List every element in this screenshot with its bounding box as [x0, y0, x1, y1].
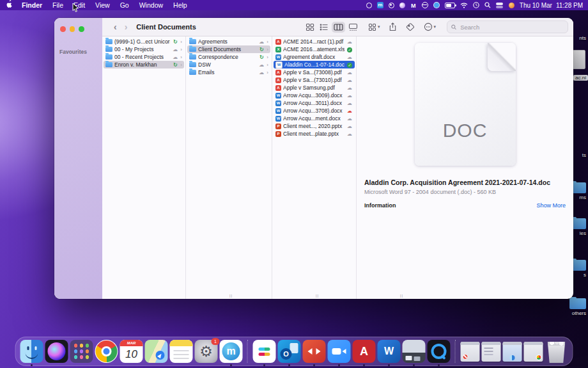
dock-outlook-icon[interactable]: O: [278, 340, 301, 363]
menu-go[interactable]: Go: [115, 1, 134, 9]
icon-view-button[interactable]: [304, 22, 316, 33]
file-row[interactable]: AApple v Sa...(73010).pdf☁: [274, 76, 355, 84]
gallery-view-button[interactable]: [346, 22, 360, 33]
finder-window: Favourites ‹ › Client Documents ▾ ▾: [54, 18, 573, 299]
battery-icon[interactable]: [445, 3, 455, 8]
forward-button[interactable]: ›: [121, 19, 132, 35]
folder-row[interactable]: 00 - My Projects☁›: [104, 45, 184, 53]
minimize-button[interactable]: [70, 26, 75, 32]
folder-row[interactable]: Client Documents↻›: [187, 45, 270, 53]
menu-window[interactable]: Window: [134, 1, 168, 9]
doc-file-preview: DOC: [415, 43, 516, 166]
clock-icon[interactable]: [473, 2, 479, 8]
folder-icon: [189, 70, 196, 75]
mimecast-icon[interactable]: m: [377, 2, 383, 8]
preview-filename: Aladdin Corp. Acquisition Agreement 2021…: [364, 179, 566, 187]
file-row[interactable]: AApple v Sa...(73008).pdf☁: [274, 68, 355, 76]
dock-screenshot-app-icon[interactable]: [403, 340, 426, 363]
column-resize-handle[interactable]: ||: [229, 294, 233, 298]
folder-row[interactable]: Enron v. Markhan↻›: [104, 61, 184, 68]
file-row[interactable]: WArrow Acqu...3708).docx☁: [274, 107, 355, 115]
column-resize-handle[interactable]: ||: [316, 294, 319, 298]
folder-row[interactable]: DSW☁›: [187, 61, 270, 68]
file-row[interactable]: WArrow Acqu...3011).docx☁: [274, 99, 355, 107]
dock-maps-icon[interactable]: [145, 340, 168, 363]
file-row[interactable]: WArrow Acqu...3009).docx☁: [274, 92, 355, 99]
dock-trash-icon[interactable]: [545, 340, 568, 363]
wifi-icon[interactable]: [460, 3, 468, 8]
dock-word-icon[interactable]: W: [378, 340, 401, 363]
dock-siri-icon[interactable]: [45, 340, 68, 363]
dock-settings-icon[interactable]: ⚙1: [195, 340, 218, 363]
icloud-cloud-icon: ☁: [346, 116, 353, 122]
file-row[interactable]: WArrow Acqu...ment.docx☁: [274, 115, 355, 122]
menu-file[interactable]: File: [47, 1, 68, 9]
blue-dot-icon[interactable]: [433, 2, 440, 8]
file-row[interactable]: WAgreement draft.docx☁: [274, 53, 355, 61]
list-view-button[interactable]: [318, 22, 330, 33]
folder-icon: [105, 62, 112, 67]
column-view-button[interactable]: [332, 22, 345, 33]
folder-row[interactable]: Agreements☁›: [187, 38, 270, 45]
m-letter-icon[interactable]: M: [410, 3, 417, 8]
dock-quicktime-icon[interactable]: [428, 340, 451, 363]
file-row[interactable]: XACME 2016...atement.xls✓: [274, 45, 355, 53]
back-button[interactable]: ‹: [110, 19, 121, 35]
file-row[interactable]: WAladdin Co...1-07-14.doc✓: [274, 61, 355, 68]
dock-minimized-window[interactable]: [503, 342, 522, 362]
folder-row[interactable]: Correspondence↻›: [187, 53, 270, 61]
dock-remote-desktop-icon[interactable]: [303, 340, 326, 363]
disc-icon[interactable]: [389, 3, 394, 8]
folder-row[interactable]: Emails☁›: [187, 68, 270, 76]
avatar-icon[interactable]: [509, 3, 514, 8]
menu-finder[interactable]: Finder: [17, 1, 47, 9]
preview-pane: DOC Aladdin Corp. Acquisition Agreement …: [357, 36, 573, 299]
folder-row[interactable]: 00 - Recent Projects☁›: [104, 53, 184, 61]
desktop-item[interactable]: others: [566, 298, 588, 316]
search-icon[interactable]: [484, 2, 491, 8]
dock-slack-icon[interactable]: [253, 340, 276, 363]
folder-icon: [105, 47, 112, 52]
record-icon[interactable]: [366, 3, 372, 8]
dock-launchpad-icon[interactable]: [70, 340, 93, 363]
icloud-cloud-icon: ☁: [172, 54, 178, 60]
column-resize-handle[interactable]: ||: [400, 294, 403, 298]
dock-minimized-window[interactable]: [461, 342, 480, 362]
dock-m-app-icon[interactable]: m: [220, 340, 243, 363]
zoom-button[interactable]: [79, 26, 84, 32]
siri-icon[interactable]: [399, 3, 405, 8]
file-row[interactable]: AACME 2014...ract (1).pdf☁: [274, 38, 355, 45]
apple-menu[interactable]: [5, 0, 17, 10]
search-field[interactable]: [447, 20, 568, 33]
dock-finder-icon[interactable]: [20, 340, 43, 363]
globe-icon[interactable]: [422, 2, 428, 8]
search-input[interactable]: [459, 23, 564, 31]
dock-acrobat-icon[interactable]: A: [353, 340, 376, 363]
menu-help[interactable]: Help: [168, 1, 192, 9]
dock-chrome-icon[interactable]: [95, 340, 118, 363]
desktop-item-label: ac.ni: [573, 75, 588, 81]
file-name: Arrow Acqu...3708).docx: [283, 108, 344, 114]
sync-icon: ↻: [258, 47, 265, 52]
file-row[interactable]: AApple v Samsung.pdf☁: [274, 84, 355, 92]
show-more-link[interactable]: Show More: [536, 202, 566, 209]
control-center-icon[interactable]: [496, 3, 504, 8]
file-row[interactable]: PClient meet..., 2020.pptx☁: [274, 122, 355, 130]
menu-edit[interactable]: Edit: [68, 1, 90, 9]
dock-calendar-icon[interactable]: MAR10: [120, 340, 143, 363]
group-by-button[interactable]: ▾: [366, 22, 382, 33]
share-button[interactable]: [387, 21, 399, 33]
file-type-icon-pdf: A: [275, 39, 281, 45]
dock-minimized-window[interactable]: [482, 342, 501, 362]
dock-zoom-icon[interactable]: [328, 340, 351, 363]
tag-button[interactable]: [404, 22, 417, 33]
dock-minimized-window[interactable]: [524, 342, 543, 362]
menu-view[interactable]: View: [90, 1, 115, 9]
file-row[interactable]: PClient meet...plate.pptx☁: [274, 130, 355, 138]
dock-notes-icon[interactable]: [170, 340, 193, 363]
close-button[interactable]: [60, 26, 66, 32]
more-actions-button[interactable]: ▾: [422, 21, 438, 33]
chevron-right-icon: ›: [267, 54, 268, 60]
folder-row[interactable]: (9999-1) G...ect Unicorn↻›: [104, 38, 184, 45]
menu-clock[interactable]: Thu 10 Mar 11:28 PM: [520, 2, 583, 9]
